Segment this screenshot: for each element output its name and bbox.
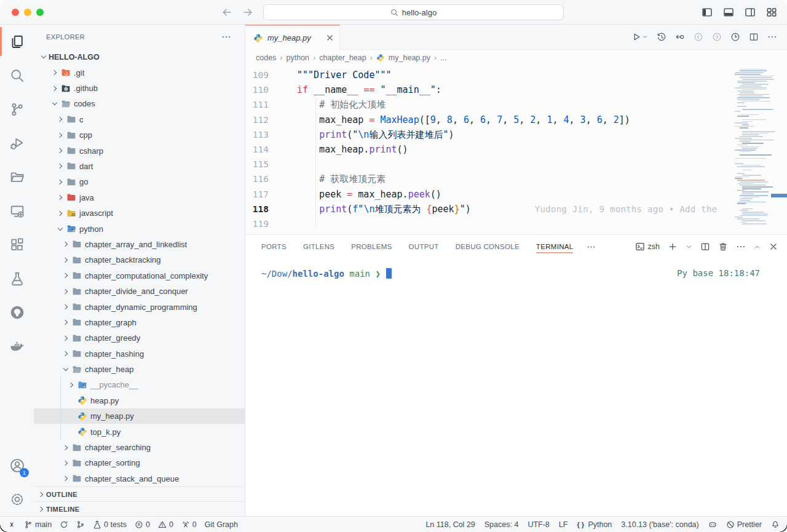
line-number[interactable]: 109 — [245, 68, 269, 82]
tree-folder-java[interactable]: java — [34, 190, 245, 205]
customize-layout-icon[interactable] — [766, 7, 777, 18]
line-number[interactable]: 116 — [245, 172, 269, 186]
activity-item-accounts[interactable]: 1 — [0, 448, 34, 482]
tree-folder-chapter-hashing[interactable]: chapter_hashing — [34, 346, 245, 361]
tab-my-heap-py[interactable]: my_heap.py — [245, 25, 340, 50]
tree-file-my-heap-py[interactable]: my_heap.py — [34, 408, 245, 424]
run-or-debug-icon[interactable] — [730, 32, 740, 42]
branch-status[interactable]: main — [24, 520, 52, 529]
panel-tab-ports[interactable]: PORTS — [261, 236, 287, 257]
activity-item-testing[interactable] — [0, 261, 34, 295]
activity-item-docker[interactable] — [0, 329, 34, 363]
cursor-position-status[interactable]: Ln 118, Col 29 — [425, 520, 475, 529]
problems-errors[interactable]: 0 — [135, 520, 150, 529]
explorer-more-actions-icon[interactable] — [221, 32, 231, 42]
previous-change-icon[interactable] — [694, 32, 703, 42]
toggle-panel-icon[interactable] — [723, 7, 734, 18]
tree-folder-codes[interactable]: codes — [34, 96, 245, 111]
close-panel-icon[interactable] — [769, 242, 778, 252]
outline-section[interactable]: OUTLINE — [34, 486, 245, 501]
language-status[interactable]: { }Python — [577, 520, 612, 529]
open-changes-icon[interactable] — [675, 32, 685, 42]
feedback-status[interactable]: 0 — [181, 520, 197, 529]
split-editor-icon[interactable] — [749, 32, 759, 42]
toggle-sidebar-icon[interactable] — [702, 7, 713, 18]
close-tab-icon[interactable] — [325, 33, 334, 42]
tree-file-heap-py[interactable]: heap.py — [34, 393, 245, 408]
split-terminal-icon[interactable] — [700, 242, 710, 252]
activity-item-source-control[interactable] — [0, 92, 34, 126]
indentation-status[interactable]: Spaces: 4 — [484, 520, 519, 529]
tree-folder-chapter-stack-and-queue[interactable]: chapter_stack_and_queue — [34, 471, 245, 486]
copilot-status[interactable] — [708, 520, 717, 529]
timeline-section[interactable]: TIMELINE — [34, 501, 245, 516]
activity-item-github[interactable] — [0, 295, 34, 329]
tree-folder-chapter-greedy[interactable]: chapter_greedy — [34, 330, 245, 346]
activity-item-explorer[interactable] — [0, 25, 34, 58]
panel-tabs-overflow-icon[interactable] — [587, 242, 596, 252]
remote-indicator[interactable] — [7, 520, 16, 529]
breadcrumb-symbol-tail[interactable]: ... — [440, 54, 446, 62]
close-window-button[interactable] — [12, 9, 19, 16]
sync-status[interactable] — [60, 520, 68, 529]
line-number[interactable]: 112 — [245, 113, 269, 127]
tests-status[interactable]: 0 tests — [93, 520, 127, 529]
line-number[interactable]: 110 — [245, 82, 269, 97]
problems-warnings[interactable]: 0 — [158, 520, 173, 529]
tree-file-top-k-py[interactable]: top_k.py — [34, 424, 245, 439]
git-graph-label[interactable]: Git Graph — [205, 520, 238, 529]
terminal-shell-selector[interactable]: zsh — [635, 242, 660, 252]
breadcrumb-item[interactable]: my_heap.py — [389, 54, 430, 62]
code-line-109[interactable]: 109"""Driver Code""" — [245, 68, 787, 82]
code-line-118[interactable]: 118 print(f"\n堆顶元素为 {peek}")Yudong Jin, … — [245, 202, 787, 216]
git-graph-status[interactable] — [76, 520, 85, 529]
code-line-112[interactable]: 112 max_heap = MaxHeap([9, 8, 6, 6, 7, 5… — [245, 113, 787, 127]
terminal-dropdown-icon[interactable] — [686, 244, 692, 250]
activity-item-settings[interactable] — [0, 482, 34, 516]
panel-tab-gitlens[interactable]: GITLENS — [303, 236, 334, 257]
tree-folder-hello-algo[interactable]: HELLO-ALGO — [34, 49, 245, 65]
history-forward-icon[interactable] — [242, 7, 253, 18]
activity-item-folder-explorer[interactable] — [0, 160, 34, 194]
eol-status[interactable]: LF — [559, 520, 568, 529]
activity-item-run-and-debug[interactable] — [0, 126, 34, 160]
tree-folder-chapter-backtracking[interactable]: chapter_backtracking — [34, 252, 245, 268]
panel-tab-output[interactable]: OUTPUT — [409, 236, 439, 257]
breadcrumb-item[interactable]: codes — [256, 54, 276, 62]
code-line-110[interactable]: 110if __name__ == "__main__": — [245, 82, 787, 97]
tree-folder-chapter-searching[interactable]: chapter_searching — [34, 440, 245, 455]
next-change-icon[interactable] — [712, 32, 722, 42]
tree-folder--github[interactable]: .github — [34, 81, 245, 96]
line-number[interactable]: 115 — [245, 157, 269, 172]
code-line-115[interactable]: 115 — [245, 157, 787, 172]
minimap[interactable] — [735, 67, 776, 229]
timeline-history-icon[interactable] — [657, 32, 666, 42]
python-interpreter-status[interactable]: 3.10.13 ('base': conda) — [621, 520, 698, 529]
notifications-bell[interactable] — [771, 520, 780, 529]
more-panel-actions-icon[interactable] — [736, 242, 746, 252]
code-line-116[interactable]: 116 # 获取堆顶元素 — [245, 172, 787, 186]
tree-folder-chapter-computational-complexity[interactable]: chapter_computational_complexity — [34, 268, 245, 284]
kill-terminal-icon[interactable] — [718, 242, 728, 252]
history-back-icon[interactable] — [221, 7, 232, 18]
activity-item-search[interactable] — [0, 58, 34, 92]
code-line-114[interactable]: 114 max_heap.print() — [245, 142, 787, 157]
line-number[interactable]: 111 — [245, 97, 269, 112]
line-number[interactable]: 113 — [245, 127, 269, 142]
line-number[interactable]: 117 — [245, 187, 269, 202]
tree-folder-python[interactable]: python — [34, 221, 245, 236]
panel-tab-terminal[interactable]: TERMINAL — [536, 236, 574, 257]
tree-folder-chapter-graph[interactable]: chapter_graph — [34, 315, 245, 330]
tree-folder-chapter-array-and-linkedlist[interactable]: chapter_array_and_linkedlist — [34, 237, 245, 252]
tree-folder-c[interactable]: c — [34, 112, 245, 127]
breadcrumb-item[interactable]: chapter_heap — [319, 54, 366, 62]
prettier-status[interactable]: Prettier — [726, 520, 762, 529]
maximize-panel-icon[interactable] — [754, 244, 761, 250]
tree-folder-chapter-sorting[interactable]: chapter_sorting — [34, 455, 245, 470]
line-number[interactable]: 114 — [245, 142, 269, 157]
code-line-117[interactable]: 117 peek = max_heap.peek() — [245, 187, 787, 202]
tree-folder--pycache-[interactable]: __pycache__ — [34, 377, 245, 392]
zoom-window-button[interactable] — [36, 9, 44, 16]
line-number[interactable]: 118 — [245, 202, 269, 216]
activity-item-remote-explorer[interactable] — [0, 194, 34, 228]
